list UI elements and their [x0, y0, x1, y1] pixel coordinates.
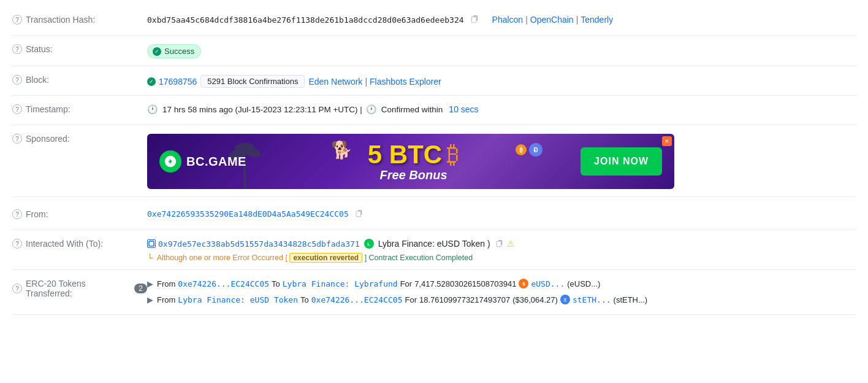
steth-token-icon: Ξ — [560, 295, 570, 304]
transfer1-token-name: (eUSD...) — [567, 279, 600, 288]
ad-center: 5 BTC ₿ Free Bonus — [246, 141, 581, 182]
transfer-row-2: ▶ From Lybra Finance: eUSD Token To 0xe7… — [147, 295, 647, 304]
copy-hash-icon[interactable] — [470, 15, 479, 24]
from-address[interactable]: 0xe74226593535290Ea148dE0D4a5Aa549EC24CC… — [147, 209, 349, 219]
eusd-token-icon: $ — [519, 279, 528, 288]
block-row: ? Block: ✓ 17698756 5291 Block Confirmat… — [12, 66, 856, 96]
interacted-with-row: ? Interacted With (To): 0x97de57ec338ab5… — [12, 230, 856, 270]
flashbots-link[interactable]: Flashbots Explorer — [370, 77, 441, 87]
tenderly-link[interactable]: Tenderly — [581, 15, 613, 25]
timestamp-row: ? Timestamp: 🕐 17 hrs 58 mins ago (Jul-1… — [12, 96, 856, 125]
clock-icon: 🕐 — [147, 104, 158, 114]
transfer-arrow-2: ▶ — [147, 295, 153, 304]
copy-from-icon[interactable] — [355, 210, 363, 218]
sponsored-row: ? Sponsored: BC.GAME — [12, 125, 856, 197]
transaction-hash-text: 0xbd75aa45c684dcdf38816a4be276f1138de261… — [147, 15, 464, 25]
erc20-count-badge: 2 — [134, 284, 147, 293]
status-badge: ✓ Success — [147, 44, 201, 58]
transfer2-usd: ($36,064.27) — [512, 295, 558, 304]
erc20-value-col: ▶ From 0xe74226...EC24CC05 To Lybra Fina… — [147, 277, 856, 307]
help-icon-timestamp[interactable]: ? — [12, 104, 22, 114]
timestamp-text: 17 hrs 58 mins ago (Jul-15-2023 12:23:11… — [162, 105, 362, 114]
from-value-col: 0xe74226593535290Ea148dE0D4a5Aa549EC24CC… — [147, 208, 856, 219]
interacted-with-label: ? Interacted With (To): — [12, 238, 147, 249]
interacted-address[interactable]: 0x97de57ec338ab5d51557da3434828c5dbfada3… — [158, 239, 360, 249]
sponsored-label: ? Sponsored: — [12, 133, 147, 144]
ad-amount: 5 BTC — [368, 142, 442, 168]
confirmed-text: Confirmed within — [381, 105, 443, 114]
from-label: ? From: — [12, 208, 147, 219]
transfer1-to[interactable]: Lybra Finance: Lybrafund — [283, 279, 398, 288]
help-icon-from[interactable]: ? — [12, 209, 22, 219]
warning-icon: ⚠ — [507, 239, 515, 249]
interacted-name: Lybra Finance: eUSD Token — [378, 239, 485, 249]
status-label: ? Status: — [12, 43, 147, 54]
lybra-logo-icon: L — [364, 239, 374, 249]
transaction-hash-row: ? Transaction Hash: 0xbd75aa45c684dcdf38… — [12, 6, 856, 36]
from-row: ? From: 0xe74226593535290Ea148dE0D4a5Aa5… — [12, 201, 856, 230]
help-icon-erc20[interactable]: ? — [12, 284, 22, 293]
phalcon-link[interactable]: Phalcon — [492, 15, 523, 25]
help-icon-hash[interactable]: ? — [12, 15, 22, 25]
copy-interacted-icon[interactable] — [495, 240, 503, 248]
transfer2-from[interactable]: Lybra Finance: eUSD Token — [178, 295, 298, 304]
join-now-button[interactable]: JOIN NOW — [581, 147, 662, 176]
openchain-link[interactable]: OpenChain — [530, 15, 574, 25]
interacted-with-value-col: 0x97de57ec338ab5d51557da3434828c5dbfada3… — [147, 238, 856, 262]
erc20-row: ? ERC-20 Tokens Transferred: 2 ▶ From 0x… — [12, 270, 856, 315]
block-number[interactable]: ✓ 17698756 — [147, 77, 197, 87]
transfer-row-1: ▶ From 0xe74226...EC24CC05 To Lybra Fina… — [147, 279, 600, 288]
ad-logo: BC.GAME — [159, 150, 246, 172]
network-links: Eden Network | Flashbots Explorer — [308, 77, 441, 87]
timestamp-value-col: 🕐 17 hrs 58 mins ago (Jul-15-2023 12:23:… — [147, 103, 856, 114]
page-container: ? Transaction Hash: 0xbd75aa45c684dcdf38… — [0, 0, 868, 321]
transaction-hash-label: ? Transaction Hash: — [12, 14, 147, 25]
status-row: ? Status: ✓ Success — [12, 36, 856, 66]
erc20-label: ? ERC-20 Tokens Transferred: 2 — [12, 277, 147, 298]
ad-banner[interactable]: BC.GAME 🐕 5 BTC ₿ Free Bonus — [147, 134, 674, 189]
transaction-hash-value-col: 0xbd75aa45c684dcdf38816a4be276f1138de261… — [147, 14, 856, 25]
status-value-col: ✓ Success — [147, 43, 856, 58]
block-value-col: ✓ 17698756 5291 Block Confirmations Eden… — [147, 74, 856, 88]
bc-logo-icon — [159, 150, 181, 172]
interacted-address-line: 0x97de57ec338ab5d51557da3434828c5dbfada3… — [147, 239, 515, 249]
check-icon: ✓ — [153, 47, 161, 56]
transfer2-amount: 18.761099773217493707 — [419, 295, 510, 304]
svg-rect-4 — [149, 241, 154, 246]
ad-subtitle: Free Bonus — [246, 168, 581, 182]
bitcoin-icon: ₿ — [447, 141, 459, 168]
transfer2-token-name: (stETH...) — [614, 295, 648, 304]
eden-link[interactable]: Eden Network — [308, 77, 362, 87]
external-links: Phalcon | OpenChain | Tenderly — [492, 15, 614, 25]
timestamp-label: ? Timestamp: — [12, 103, 147, 114]
ad-close-icon[interactable]: ✕ — [662, 136, 672, 146]
ad-brand-name: BC.GAME — [186, 155, 246, 169]
transfer1-from[interactable]: 0xe74226...EC24CC05 — [178, 279, 269, 288]
transfer1-token-symbol[interactable]: eUSD... — [531, 279, 565, 288]
sponsored-value-col: BC.GAME 🐕 5 BTC ₿ Free Bonus — [147, 133, 856, 189]
transfer2-to[interactable]: 0xe74226...EC24CC05 — [311, 295, 403, 304]
transfer1-amount: 7,417.528030261508703941 — [414, 279, 516, 288]
transfer2-token-symbol[interactable]: stETH... — [573, 295, 611, 304]
revert-badge: execution reverted — [289, 253, 362, 263]
help-icon-interacted[interactable]: ? — [12, 239, 22, 249]
confirmed-secs: 10 secs — [449, 104, 478, 114]
help-icon-sponsored[interactable]: ? — [12, 134, 22, 144]
block-label: ? Block: — [12, 74, 147, 85]
block-check-icon: ✓ — [147, 77, 156, 86]
error-note: └ Although one or more Error Occurred [ … — [147, 253, 473, 262]
block-confirmations-badge: 5291 Block Confirmations — [200, 75, 305, 88]
clock2-icon: 🕐 — [366, 104, 376, 114]
transfer-arrow-1: ▶ — [147, 279, 153, 288]
contract-icon — [147, 239, 156, 248]
help-icon-status[interactable]: ? — [12, 44, 22, 54]
help-icon-block[interactable]: ? — [12, 75, 22, 85]
